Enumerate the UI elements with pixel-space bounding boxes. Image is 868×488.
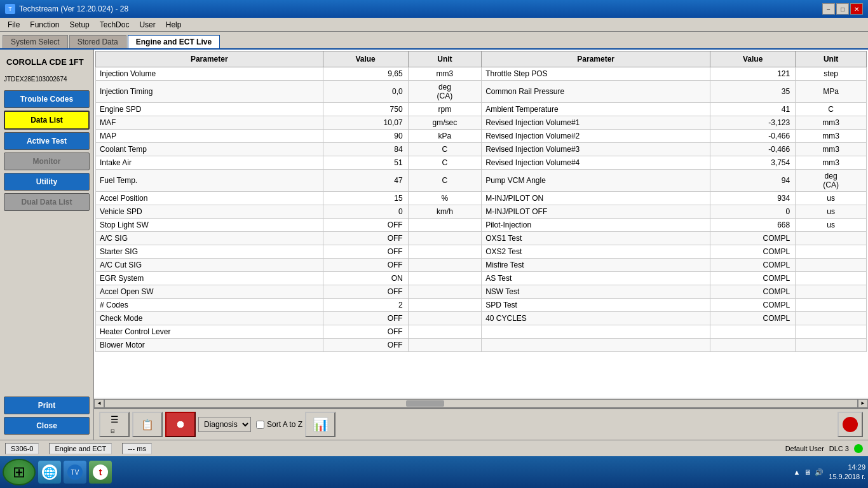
table-row: Coolant Temp 84 C Revised Injection Volu… bbox=[96, 143, 867, 156]
active-test-button[interactable]: Active Test bbox=[4, 132, 90, 150]
right-param-cell: Ambient Temperature bbox=[482, 103, 710, 116]
dual-data-list-button[interactable]: Dual Data List bbox=[4, 193, 90, 211]
right-unit-cell: us bbox=[796, 205, 867, 219]
left-value-cell: OFF bbox=[323, 339, 408, 352]
tray-arrow-icon[interactable]: ▲ bbox=[793, 468, 800, 476]
close-button[interactable]: Close bbox=[4, 417, 90, 435]
left-value-cell: OFF bbox=[323, 219, 408, 232]
scroll-track[interactable] bbox=[104, 399, 858, 408]
start-button[interactable]: ⊞ bbox=[3, 459, 36, 485]
right-unit-cell: C bbox=[796, 103, 867, 116]
taskbar-teamviewer[interactable]: TV bbox=[64, 461, 86, 484]
left-param-header: Parameter bbox=[96, 51, 323, 67]
scroll-right-arrow[interactable]: ► bbox=[858, 399, 868, 408]
left-value-cell: OFF bbox=[323, 285, 408, 299]
menu-file[interactable]: File bbox=[3, 19, 25, 30]
monitor-button[interactable]: Monitor bbox=[4, 152, 90, 170]
menu-help[interactable]: Help bbox=[161, 19, 187, 30]
record-settings-button[interactable]: ⏺ bbox=[165, 412, 196, 437]
left-unit-cell bbox=[408, 285, 482, 299]
tab-system-select[interactable]: System Select bbox=[3, 35, 68, 48]
taskbar-chrome[interactable]: 🌐 bbox=[38, 461, 61, 484]
volume-icon[interactable]: 🔊 bbox=[815, 468, 824, 477]
print-button[interactable]: Print bbox=[4, 396, 90, 414]
right-param-cell: Revised Injection Volume#1 bbox=[482, 116, 710, 130]
table-row: Engine SPD 750 rpm Ambient Temperature 4… bbox=[96, 103, 867, 116]
right-value-cell: -0,466 bbox=[710, 143, 796, 156]
title-bar: T Techstream (Ver 12.20.024) - 28 − □ ✕ bbox=[0, 0, 868, 18]
right-unit-cell: us bbox=[796, 219, 867, 232]
left-param-cell: Check Mode bbox=[96, 312, 323, 325]
right-param-cell bbox=[482, 325, 710, 339]
record-icon: ⏺ bbox=[175, 419, 186, 430]
maximize-button[interactable]: □ bbox=[836, 3, 849, 15]
left-param-cell: A/C SIG bbox=[96, 232, 323, 245]
right-value-header: Value bbox=[710, 51, 796, 67]
left-value-cell: OFF bbox=[323, 232, 408, 245]
menu-setup[interactable]: Setup bbox=[64, 19, 94, 30]
left-value-cell: OFF bbox=[323, 245, 408, 259]
menu-user[interactable]: User bbox=[134, 19, 160, 30]
left-unit-cell: gm/sec bbox=[408, 116, 482, 130]
right-param-cell: Common Rail Pressure bbox=[482, 81, 710, 103]
table-row: Intake Air 51 C Revised Injection Volume… bbox=[96, 156, 867, 170]
mode-dropdown[interactable]: Diagnosis Snapshot Playback bbox=[198, 417, 251, 432]
techstream-icon: t bbox=[93, 464, 108, 480]
car-model: COROLLA CDE 1FT bbox=[4, 55, 90, 71]
sort-checkbox[interactable] bbox=[256, 421, 264, 429]
left-param-cell: A/C Cut SIG bbox=[96, 259, 323, 272]
tab-stored-data[interactable]: Stored Data bbox=[69, 35, 126, 48]
right-param-cell: OXS2 Test bbox=[482, 245, 710, 259]
right-param-cell: 40 CYCLES bbox=[482, 312, 710, 325]
left-param-cell: Heater Control Lever bbox=[96, 325, 323, 339]
left-param-cell: Intake Air bbox=[96, 156, 323, 170]
menu-function[interactable]: Function bbox=[25, 19, 64, 30]
window-title: Techstream (Ver 12.20.024) - 28 bbox=[19, 4, 128, 13]
left-param-cell: Fuel Temp. bbox=[96, 170, 323, 192]
record-indicator bbox=[843, 417, 858, 432]
left-unit-cell: % bbox=[408, 192, 482, 205]
trouble-codes-button[interactable]: Trouble Codes bbox=[4, 90, 90, 108]
app-icon: T bbox=[5, 4, 15, 14]
chart-button[interactable]: 📊 bbox=[305, 412, 336, 437]
table-row: Injection Timing 0,0 deg(CA) Common Rail… bbox=[96, 81, 867, 103]
vin: JTDEX28E103002674 bbox=[4, 76, 90, 83]
right-unit-cell: step bbox=[796, 67, 867, 81]
minimize-button[interactable]: − bbox=[822, 3, 835, 15]
close-window-button[interactable]: ✕ bbox=[850, 3, 863, 15]
clock-date: 15.9.2018 г. bbox=[829, 472, 865, 482]
right-unit-cell bbox=[796, 339, 867, 352]
left-value-cell: 2 bbox=[323, 299, 408, 312]
table-row: Injection Volume 9,65 mm3 Throttle Step … bbox=[96, 67, 867, 81]
snapshot-button[interactable]: 📋 bbox=[132, 412, 163, 437]
left-param-cell: Accel Open SW bbox=[96, 285, 323, 299]
table-row: A/C SIG OFF OXS1 Test COMPL bbox=[96, 232, 867, 245]
taskbar-right: ▲ 🖥 🔊 14:29 15.9.2018 г. bbox=[793, 463, 865, 482]
utility-button[interactable]: Utility bbox=[4, 173, 90, 191]
left-value-cell: 750 bbox=[323, 103, 408, 116]
right-value-cell bbox=[710, 339, 796, 352]
status-system: S306-0 bbox=[5, 443, 39, 454]
right-param-cell: Revised Injection Volume#2 bbox=[482, 130, 710, 143]
scroll-left-arrow[interactable]: ◄ bbox=[94, 399, 104, 408]
left-value-cell: 90 bbox=[323, 130, 408, 143]
left-param-cell: MAF bbox=[96, 116, 323, 130]
left-value-cell: OFF bbox=[323, 259, 408, 272]
bottom-toolbar: ☰⊟ 📋 ⏺ Diagnosis Snapshot Playback Sort … bbox=[94, 408, 868, 440]
scroll-thumb[interactable] bbox=[406, 400, 444, 407]
left-value-cell: 47 bbox=[323, 170, 408, 192]
right-value-cell: 668 bbox=[710, 219, 796, 232]
left-unit-header: Unit bbox=[408, 51, 482, 67]
tab-engine-ect-live[interactable]: Engine and ECT Live bbox=[128, 35, 220, 48]
table-row: Stop Light SW OFF Pilot-Injection 668 us bbox=[96, 219, 867, 232]
list-view-button[interactable]: ☰⊟ bbox=[99, 412, 130, 437]
right-value-cell: COMPL bbox=[710, 232, 796, 245]
right-param-cell: SPD Test bbox=[482, 299, 710, 312]
menu-techdoc[interactable]: TechDoc bbox=[95, 19, 135, 30]
record-button[interactable] bbox=[837, 412, 863, 437]
left-value-cell: OFF bbox=[323, 325, 408, 339]
right-unit-header: Unit bbox=[796, 51, 867, 67]
horizontal-scrollbar[interactable]: ◄ ► bbox=[94, 398, 868, 408]
taskbar-techstream[interactable]: t bbox=[89, 461, 112, 484]
data-list-button[interactable]: Data List bbox=[4, 111, 90, 130]
